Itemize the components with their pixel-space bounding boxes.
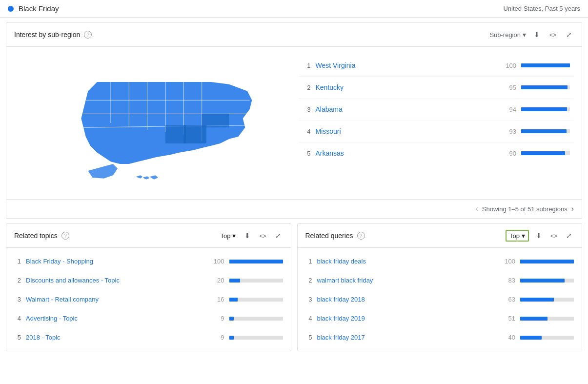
topic-name[interactable]: Discounts and allowances - Topic bbox=[26, 277, 206, 284]
page-title: Black Friday bbox=[19, 4, 59, 13]
next-page-button[interactable]: › bbox=[571, 204, 574, 213]
query-name[interactable]: black friday deals bbox=[317, 258, 497, 265]
related-topics-title: Related topics bbox=[14, 232, 58, 240]
ranking-row: 4 Missouri 93 bbox=[299, 121, 574, 142]
related-queries-embed-button[interactable] bbox=[548, 230, 559, 242]
related-topics-download-button[interactable] bbox=[243, 230, 252, 242]
query-name[interactable]: black friday 2018 bbox=[317, 296, 497, 303]
share-icon bbox=[566, 232, 572, 240]
topic-row: 2 Discounts and allowances - Topic 20 bbox=[6, 271, 291, 290]
query-name[interactable]: black friday 2019 bbox=[317, 315, 497, 322]
panel-bar-fill bbox=[229, 317, 234, 321]
related-topics-title-group: Related topics ? bbox=[14, 232, 69, 240]
bottom-panels: Related topics ? Top bbox=[6, 223, 582, 351]
topic-name[interactable]: Advertising - Topic bbox=[26, 315, 206, 322]
panel-bar-bg bbox=[520, 298, 574, 302]
related-topics-share-button[interactable] bbox=[273, 230, 283, 242]
region-name[interactable]: West Virginia bbox=[316, 61, 497, 69]
region-name[interactable]: Kentucky bbox=[316, 83, 497, 91]
subregion-controls: Sub-region bbox=[489, 29, 574, 40]
us-map bbox=[35, 55, 269, 191]
header-location-period: United States, Past 5 years bbox=[503, 5, 580, 12]
panel-bar-bg bbox=[229, 298, 283, 302]
rank-bar-fill bbox=[521, 63, 570, 67]
ranking-row: 2 Kentucky 95 bbox=[299, 77, 574, 99]
related-queries-body: 1 black friday deals 100 2 walmart black… bbox=[298, 248, 582, 351]
topics-filter-chevron bbox=[232, 232, 236, 240]
query-name[interactable]: walmart black friday bbox=[317, 277, 497, 284]
region-name[interactable]: Alabama bbox=[316, 105, 497, 113]
panel-bar-bg bbox=[520, 336, 574, 340]
header-left: Black Friday bbox=[8, 4, 59, 13]
panel-bar-fill bbox=[520, 260, 574, 263]
subregion-share-button[interactable] bbox=[564, 29, 574, 40]
subregion-download-button[interactable] bbox=[532, 29, 542, 40]
rank-bar-bg bbox=[521, 151, 570, 155]
related-topics-body: 1 Black Friday - Shopping 100 2 Discount… bbox=[6, 248, 291, 351]
topic-name[interactable]: 2018 - Topic bbox=[26, 334, 206, 341]
topic-name[interactable]: Black Friday - Shopping bbox=[26, 258, 206, 265]
download-icon bbox=[536, 232, 542, 240]
rank-bar-bg bbox=[521, 129, 570, 133]
map-data-container: 1 West Virginia 100 2 Kentucky 95 3 Alab… bbox=[6, 47, 582, 199]
panel-bar-bg bbox=[520, 260, 574, 263]
rank-bar-bg bbox=[521, 85, 570, 89]
panel-bar-fill bbox=[229, 336, 234, 340]
region-name[interactable]: Arkansas bbox=[316, 149, 497, 157]
panel-bar-bg bbox=[229, 279, 283, 283]
rank-bar-fill bbox=[521, 107, 567, 111]
rank-bar-bg bbox=[521, 63, 570, 67]
related-topics-filter-dropdown[interactable]: Top bbox=[219, 231, 238, 241]
panel-bar-fill bbox=[520, 317, 547, 321]
prev-page-button[interactable]: ‹ bbox=[475, 204, 478, 213]
related-topics-header: Related topics ? Top bbox=[6, 224, 291, 248]
subregion-rankings: 1 West Virginia 100 2 Kentucky 95 3 Alab… bbox=[299, 55, 574, 191]
embed-icon bbox=[259, 232, 266, 240]
related-queries-controls: Top bbox=[506, 230, 574, 242]
ranking-row: 3 Alabama 94 bbox=[299, 99, 574, 121]
subregion-help-icon[interactable]: ? bbox=[84, 31, 92, 39]
topic-name[interactable]: Walmart - Retail company bbox=[26, 296, 206, 303]
ranking-row: 5 Arkansas 90 bbox=[299, 142, 574, 164]
related-topics-help-icon[interactable]: ? bbox=[61, 232, 69, 240]
rank-bar-fill bbox=[521, 129, 567, 133]
related-queries-share-button[interactable] bbox=[564, 230, 574, 242]
subregion-filter-dropdown[interactable]: Sub-region bbox=[489, 31, 526, 39]
panel-bar-fill bbox=[520, 298, 554, 302]
related-queries-download-button[interactable] bbox=[534, 230, 544, 242]
page-header: Black Friday United States, Past 5 years bbox=[0, 0, 588, 18]
related-queries-title-group: Related queries ? bbox=[305, 232, 365, 240]
panel-bar-fill bbox=[520, 279, 565, 283]
related-queries-title: Related queries bbox=[305, 232, 353, 240]
subregion-section: Interest by sub-region ? Sub-region bbox=[6, 22, 582, 219]
embed-icon bbox=[549, 31, 556, 39]
region-name[interactable]: Missouri bbox=[316, 127, 497, 135]
embed-icon bbox=[550, 232, 557, 240]
subregion-filter-chevron bbox=[523, 31, 526, 39]
related-queries-filter-dropdown[interactable]: Top bbox=[506, 230, 529, 242]
related-topics-embed-button[interactable] bbox=[257, 230, 268, 242]
pagination-row: ‹ Showing 1–5 of 51 subregions › bbox=[6, 199, 582, 218]
panel-bar-fill bbox=[229, 279, 240, 283]
share-icon bbox=[566, 31, 572, 39]
ranking-row: 1 West Virginia 100 bbox=[299, 55, 574, 77]
related-queries-header: Related queries ? Top bbox=[298, 224, 582, 248]
rank-bar-fill bbox=[521, 151, 565, 155]
related-queries-help-icon[interactable]: ? bbox=[357, 232, 365, 240]
download-icon bbox=[534, 31, 540, 39]
topic-row: 3 Walmart - Retail company 16 bbox=[6, 290, 291, 309]
query-row: 4 black friday 2019 51 bbox=[298, 309, 582, 328]
related-topics-panel: Related topics ? Top bbox=[6, 223, 291, 351]
us-map-container bbox=[14, 55, 289, 191]
panel-bar-bg bbox=[229, 336, 283, 340]
panel-bar-bg bbox=[229, 317, 283, 321]
panel-bar-bg bbox=[520, 279, 574, 283]
related-queries-panel: Related queries ? Top bbox=[297, 223, 583, 351]
subregion-embed-button[interactable] bbox=[547, 29, 558, 40]
status-dot bbox=[8, 6, 14, 12]
query-name[interactable]: black friday 2017 bbox=[317, 334, 497, 341]
panel-bar-fill bbox=[520, 336, 542, 340]
share-icon bbox=[275, 232, 281, 240]
panel-bar-fill bbox=[229, 260, 283, 263]
panel-bar-fill bbox=[229, 298, 238, 302]
